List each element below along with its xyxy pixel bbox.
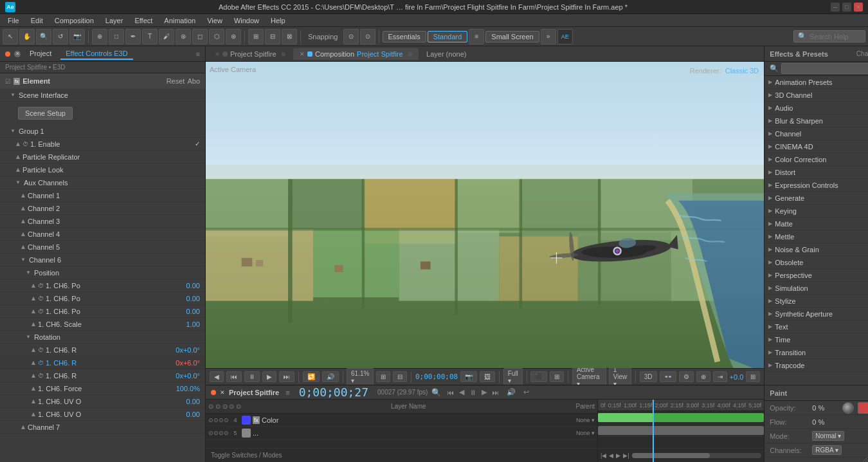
tl-scrollbar[interactable]: [632, 453, 762, 458]
menu-effect[interactable]: Effect: [129, 15, 158, 26]
workspace-small-screen[interactable]: Small Screen: [485, 31, 539, 42]
comp-menu-active[interactable]: ≡: [408, 50, 412, 58]
search-box[interactable]: 🔍: [793, 30, 865, 42]
vt-settings[interactable]: ⚙: [679, 371, 694, 382]
snapping-btn-2[interactable]: ⊙: [360, 29, 375, 44]
category-generate[interactable]: ▶ Generate: [764, 192, 868, 205]
ch6-scale-row[interactable]: ▶ 1. CH6. Scale 1.00: [0, 318, 205, 331]
enable-row[interactable]: ▶ ⏱ 1. Enable ✓: [0, 138, 205, 151]
category-3d-channel[interactable]: ▶ 3D Channel: [764, 89, 868, 102]
vt-play-back[interactable]: ◀: [210, 371, 224, 382]
tl-ctrl-stop[interactable]: ⏸: [467, 387, 478, 398]
category-color-correction[interactable]: ▶ Color Correction: [764, 153, 868, 166]
category-cinema4d[interactable]: ▶ CINEMA 4D: [764, 140, 868, 153]
category-perspective[interactable]: ▶ Perspective: [764, 269, 868, 282]
tl-nav-start[interactable]: |◀: [601, 452, 606, 459]
category-synthetic-aperture[interactable]: ▶ Synthetic Aperture: [764, 308, 868, 320]
ch6-po3-row[interactable]: ▶ ⏱ 1. CH6. Po 0.00: [0, 305, 205, 318]
vt-step-back[interactable]: ⏮: [226, 371, 242, 382]
vt-snapshot[interactable]: 📷: [460, 371, 477, 382]
vt-audio[interactable]: 🔊: [322, 371, 339, 382]
vt-play-forward[interactable]: ▶: [262, 371, 276, 382]
close-button[interactable]: ✕: [854, 3, 863, 12]
category-transition[interactable]: ▶ Transition: [764, 346, 868, 359]
workspace-essentials[interactable]: Essentials: [383, 31, 426, 42]
snapping-btn-1[interactable]: ⊙: [343, 29, 359, 44]
aux-channels-row[interactable]: ▼ Aux Channels: [0, 176, 205, 189]
tl-playhead[interactable]: [653, 400, 654, 462]
particle-replicator-row[interactable]: ▶ Particle Replicator: [0, 151, 205, 163]
tl-nav-next[interactable]: ▶: [616, 452, 620, 459]
renderer-value[interactable]: Classic 3D: [725, 67, 759, 75]
tl-search-icon[interactable]: 🔍: [431, 388, 441, 397]
tl-scrollbar-thumb[interactable]: [632, 453, 710, 458]
workspace-menu[interactable]: ≡: [469, 29, 484, 44]
ch6-r3-row[interactable]: ▶ ⏱ 1. CH6. R 0x+0.0°: [0, 369, 205, 382]
tl-timecode[interactable]: 0;00;00;27: [294, 384, 374, 400]
vt-grid[interactable]: ⊞: [550, 371, 564, 382]
category-obsolete[interactable]: ▶ Obsolete: [764, 256, 868, 269]
channel4-row[interactable]: ▶ Channel 4: [0, 228, 205, 241]
category-keying[interactable]: ▶ Keying: [764, 205, 868, 217]
menu-file[interactable]: File: [3, 15, 24, 26]
tl-ctrl-prev[interactable]: ◀: [457, 387, 466, 398]
abo-button[interactable]: Abo: [187, 77, 200, 85]
comp-tab-layer[interactable]: ✕ Project Spitfire ≡: [208, 48, 292, 60]
sw-po1[interactable]: ⏱: [38, 282, 44, 289]
menu-help[interactable]: Help: [266, 15, 291, 26]
menu-composition[interactable]: Composition: [50, 15, 99, 26]
text-tool[interactable]: T: [142, 29, 158, 44]
resize-handle[interactable]: [860, 454, 868, 462]
vt-show-snapshot[interactable]: 🖼: [480, 371, 495, 382]
sw-r3[interactable]: ⏱: [38, 373, 44, 379]
stopwatch-enable[interactable]: ⏱: [23, 141, 28, 147]
sw-po2[interactable]: ⏱: [38, 295, 44, 302]
panel-close[interactable]: ✕: [14, 51, 21, 57]
channel3-row[interactable]: ▶ Channel 3: [0, 215, 205, 228]
tl-toggle-label[interactable]: Toggle Switches / Modes: [211, 452, 282, 459]
channel1-row[interactable]: ▶ Channel 1: [0, 189, 205, 202]
channel2-row[interactable]: ▶ Channel 2: [0, 202, 205, 215]
workspace-more[interactable]: »: [541, 29, 556, 44]
comp-menu[interactable]: ≡: [282, 50, 285, 58]
scene-setup-button[interactable]: Scene Setup: [18, 107, 73, 120]
tab-project[interactable]: Project: [24, 48, 57, 60]
comp-tab-layer-close[interactable]: ✕: [215, 51, 220, 57]
position-group-row[interactable]: ▼ Position: [0, 266, 205, 279]
category-mettle[interactable]: ▶ Mettle: [764, 230, 868, 243]
tl-nav-end[interactable]: ▶|: [623, 452, 629, 459]
rotation-tool[interactable]: ↺: [53, 29, 68, 44]
vt-zoom[interactable]: 61.1% ▾: [347, 368, 374, 386]
vt-compose[interactable]: ⊕: [696, 371, 710, 382]
search-input[interactable]: [809, 33, 861, 41]
particle-look-row[interactable]: ▶ Particle Look: [0, 163, 205, 176]
selection-tool[interactable]: ↖: [3, 29, 18, 44]
tl-ctrl-fwd[interactable]: ⏭: [490, 387, 501, 398]
scene-interface-row[interactable]: ▼ Scene Interface: [0, 89, 205, 102]
align-tool-2[interactable]: ⊟: [265, 29, 280, 44]
tl-layer-row-2[interactable]: ⊙⊙⊙⊙ 5 ... None ▾: [206, 427, 597, 439]
pen-tool[interactable]: ✒: [125, 29, 141, 44]
ch6-uvo1-row[interactable]: ▶ 1. CH6. UV O 0.00: [0, 395, 205, 408]
tl-ctrl-play[interactable]: ▶: [480, 387, 489, 398]
puppet-tool[interactable]: ⊛: [226, 29, 241, 44]
vt-3d[interactable]: 3D: [640, 371, 657, 382]
category-time[interactable]: ▶ Time: [764, 333, 868, 346]
category-text[interactable]: ▶ Text: [764, 320, 868, 333]
category-matte[interactable]: ▶ Matte: [764, 217, 868, 230]
tab-effect-controls[interactable]: Effect Controls E3D: [60, 48, 132, 60]
vt-fit[interactable]: ⊞: [376, 371, 390, 382]
vt-quality[interactable]: Full ▾: [503, 368, 523, 386]
category-blur-sharpen[interactable]: ▶ Blur & Sharpen: [764, 115, 868, 127]
vt-loop[interactable]: 🔁: [303, 371, 320, 382]
ch6-r2-row[interactable]: ▶ ⏱ 1. CH6. R 0x+6.0°: [0, 356, 205, 369]
effects-search-input[interactable]: [781, 63, 868, 74]
menu-layer[interactable]: Layer: [100, 15, 129, 26]
roto-brush[interactable]: ⬡: [209, 29, 224, 44]
channel6-row[interactable]: ▼ Channel 6: [0, 254, 205, 266]
ch6-po2-row[interactable]: ▶ ⏱ 1. CH6. Po 0.00: [0, 292, 205, 305]
ch6-uvo2-row[interactable]: ▶ 1. CH6. UV O 0.00: [0, 408, 205, 421]
category-distort[interactable]: ▶ Distort: [764, 166, 868, 179]
zoom-tool[interactable]: 🔍: [36, 29, 51, 44]
tl-ctrl-back[interactable]: ⏮: [445, 387, 456, 398]
